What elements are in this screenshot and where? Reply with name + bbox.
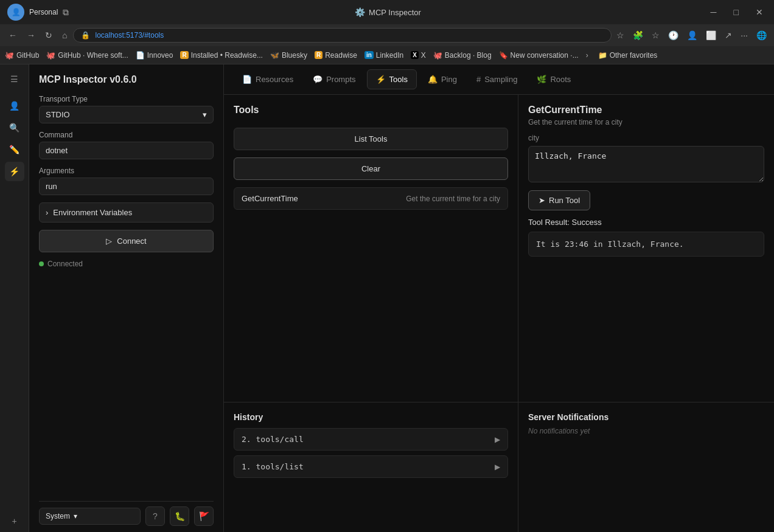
arguments-input[interactable]	[39, 178, 214, 195]
notifications-panel: Server Notifications No notifications ye…	[518, 402, 774, 532]
tools-tab-icon: ⚡	[376, 75, 386, 84]
param-city-input[interactable]: Illzach, France	[528, 146, 764, 182]
tab-prompts[interactable]: 💬 Prompts	[304, 70, 364, 89]
window-controls: ─ □ ✕	[707, 6, 767, 18]
transport-field: Transport Type STDIO ▾	[39, 95, 214, 123]
run-tool-button[interactable]: ➤ Run Tool	[528, 190, 590, 210]
more-button[interactable]: ···	[738, 28, 750, 43]
colorful-button[interactable]: 🌐	[754, 28, 769, 43]
search-sidebar-button[interactable]: 🔍	[5, 118, 24, 137]
history-item-2[interactable]: 2. tools/call ▶	[234, 428, 508, 451]
duplicate-tab-icon[interactable]: ⧉	[63, 7, 69, 18]
run-tool-label: Run Tool	[549, 196, 580, 205]
bookmark-readwise[interactable]: R Readwise	[315, 51, 357, 60]
tab-tools[interactable]: ⚡ Tools	[367, 69, 417, 89]
bookmark-backlog[interactable]: 🐙 Backlog · Blog	[433, 51, 492, 60]
tools-left-panel: Tools List Tools Clear GetCurrentTime Ge…	[224, 95, 518, 402]
maximize-button[interactable]: □	[730, 6, 742, 18]
bug-button[interactable]: 🐛	[170, 506, 189, 526]
resources-tab-icon: 📄	[242, 75, 252, 84]
bookmark-new-conversation[interactable]: 🔖 New conversation ·...	[499, 51, 579, 60]
account-nav-button[interactable]: 👤	[685, 28, 700, 43]
question-button[interactable]: ?	[145, 506, 165, 526]
minimize-button[interactable]: ─	[707, 6, 720, 18]
connect-button[interactable]: ▷ Connect	[39, 230, 214, 252]
address-bar[interactable]: 🔒 localhost:5173/#tools	[73, 28, 612, 43]
history-title: History	[234, 412, 508, 422]
bookmark-readwise-installed[interactable]: R Installed • Readwise...	[180, 51, 263, 60]
history-item-2-label: 2. tools/call	[242, 435, 304, 444]
main-panel: MCP Inspector v0.6.0 Transport Type STDI…	[29, 64, 774, 532]
list-tools-label: List Tools	[355, 134, 388, 143]
param-city-label: city	[528, 134, 764, 142]
env-vars-button[interactable]: › Environment Variables	[39, 202, 214, 223]
title-bar: 👤 Personal ⧉ ⚙️ MCP Inspector ─ □ ✕	[0, 0, 774, 24]
system-select[interactable]: System ▾	[39, 508, 141, 525]
forward-button[interactable]: →	[23, 28, 39, 43]
x-icon: X	[411, 51, 419, 59]
tools-content: Tools List Tools Clear GetCurrentTime Ge…	[224, 95, 774, 402]
flag-button[interactable]: 🚩	[194, 506, 214, 526]
tab-roots[interactable]: 🌿 Roots	[528, 70, 579, 89]
clear-button[interactable]: Clear	[234, 157, 508, 180]
bookmark-other-favorites-label: Other favorites	[610, 51, 658, 60]
bookmark-innoveo[interactable]: 📄 Innoveo	[136, 51, 173, 60]
history-item-1[interactable]: 1. tools/list ▶	[234, 455, 508, 478]
window-title: ⚙️ MCP Inspector	[355, 7, 421, 17]
tool-item-name: GetCurrentTime	[242, 194, 298, 203]
prompts-tab-icon: 💬	[313, 75, 322, 84]
nav-actions: ☆ 🧩 ☆ 🕐 👤 ⬜ ↗ ··· 🌐	[614, 28, 769, 43]
arguments-label: Arguments	[39, 167, 214, 175]
bookmark-bluesky-label: Bluesky	[282, 51, 307, 60]
tab-ping[interactable]: 🔔 Ping	[419, 70, 465, 89]
cast-button[interactable]: ⬜	[703, 28, 719, 43]
roots-tab-icon: 🌿	[537, 75, 546, 84]
list-tools-button[interactable]: List Tools	[234, 128, 508, 150]
bookmarks-more-chevron[interactable]: ›	[586, 51, 588, 60]
tool-result-value: It is 23:46 in Illzach, France.	[536, 240, 684, 249]
bookmark-linkedin[interactable]: in LinkedIn	[364, 51, 403, 60]
bookmark-x[interactable]: X X	[411, 51, 426, 60]
favorites-button[interactable]: ☆	[649, 28, 662, 43]
app-container: ☰ 👤 🔍 ✏️ ⚡ + MCP Inspector v0.6.0 Transp…	[0, 64, 774, 532]
add-sidebar-button[interactable]: +	[5, 511, 24, 531]
system-label: System	[46, 512, 70, 520]
tool-list-item-getcurrenttime[interactable]: GetCurrentTime Get the current time for …	[234, 187, 508, 210]
profile-label: Personal	[29, 8, 58, 16]
share-button[interactable]: ↗	[722, 28, 734, 43]
github-icon: 🐙	[5, 51, 14, 60]
config-panel: MCP Inspector v0.6.0 Transport Type STDI…	[29, 64, 224, 532]
pen-sidebar-button[interactable]: ✏️	[5, 140, 24, 159]
tab-sampling[interactable]: # Sampling	[468, 70, 526, 89]
profile-button[interactable]: 👤	[7, 4, 24, 21]
tools-tab-label: Tools	[389, 75, 408, 84]
refresh-button[interactable]: ↻	[41, 28, 56, 43]
bookmark-github-where[interactable]: 🐙 GitHub · Where soft...	[46, 51, 128, 60]
star-button[interactable]: ☆	[614, 28, 627, 43]
close-button[interactable]: ✕	[752, 6, 767, 18]
profile-sidebar-button[interactable]: 👤	[5, 96, 24, 116]
active-sidebar-button[interactable]: ⚡	[5, 162, 24, 181]
tab-resources[interactable]: 📄 Resources	[234, 70, 302, 89]
command-input[interactable]	[39, 142, 214, 159]
back-button[interactable]: ←	[5, 28, 21, 43]
bookmark-other-favorites[interactable]: 📁 Other favorites	[598, 51, 658, 60]
transport-label: Transport Type	[39, 95, 214, 103]
sidebar-toggle-button[interactable]: ☰	[5, 69, 24, 89]
clear-label: Clear	[361, 164, 380, 173]
chevron-right-icon: ›	[46, 208, 48, 217]
content-area: 📄 Resources 💬 Prompts ⚡ Tools 🔔 Ping #	[224, 64, 774, 532]
bookmark-linkedin-label: LinkedIn	[376, 51, 403, 60]
history-nav-button[interactable]: 🕐	[666, 28, 681, 43]
transport-select[interactable]: STDIO ▾	[39, 106, 214, 123]
bookmark-github[interactable]: 🐙 GitHub	[5, 51, 39, 60]
linkedin-icon: in	[364, 51, 374, 59]
bookmark-bluesky[interactable]: 🦋 Bluesky	[270, 51, 307, 60]
tool-detail-panel: GetCurrentTime Get the current time for …	[518, 95, 774, 402]
prompts-tab-label: Prompts	[326, 75, 355, 84]
sampling-tab-icon: #	[476, 75, 481, 84]
ping-tab-label: Ping	[441, 75, 457, 84]
history-item-2-arrow-icon: ▶	[495, 435, 500, 444]
extensions-button[interactable]: 🧩	[630, 28, 646, 43]
home-button[interactable]: ⌂	[58, 28, 71, 43]
